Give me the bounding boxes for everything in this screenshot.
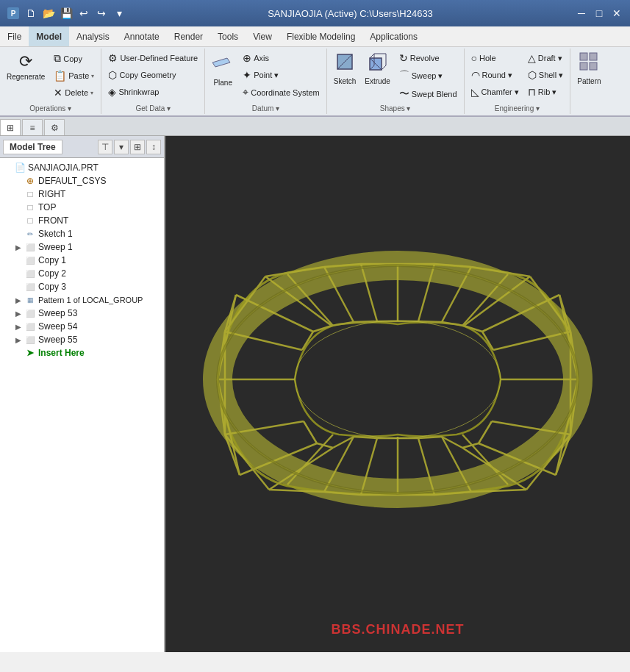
tree-item-right[interactable]: □ RIGHT [0, 187, 164, 201]
tree-label-sweep53: Sweep 53 [38, 308, 161, 318]
axis-button[interactable]: ⊕ Axis [239, 50, 323, 66]
save-icon[interactable]: 💾 [59, 6, 74, 21]
menu-render[interactable]: Render [167, 26, 210, 46]
tree-label-copy3: Copy 3 [38, 282, 161, 292]
point-button[interactable]: ✦ Point ▾ [239, 67, 323, 83]
ribbon-group-get-data: ⚙ User-Defined Feature ⬡ Copy Geometry ◈… [101, 49, 205, 114]
redo-icon[interactable]: ↪ [94, 6, 109, 21]
draft-button[interactable]: △ Draft ▾ [524, 50, 568, 66]
engineering-buttons-right: △ Draft ▾ ⬡ Shell ▾ ⊓ Rib ▾ [524, 50, 568, 100]
menu-model[interactable]: Model [29, 26, 69, 46]
engineering-buttons-left: ○ Hole ◠ Round ▾ ◺ Chamfer ▾ [468, 50, 523, 100]
tree-tool-filter[interactable]: ⊤ [98, 140, 112, 154]
tree-item-root[interactable]: 📄 SANJIAOJIA.PRT [0, 161, 164, 174]
svg-text:P: P [11, 10, 16, 18]
sweep55-icon: ⬜ [24, 334, 37, 346]
tab-settings-view[interactable]: ⚙ [44, 119, 65, 135]
chamfer-button[interactable]: ◺ Chamfer ▾ [468, 84, 523, 100]
get-data-label[interactable]: Get Data ▾ [104, 103, 201, 112]
sweep1-icon: ⬜ [24, 241, 37, 253]
viewport[interactable]: BBS.CHINADE.NET [165, 136, 630, 652]
operations-label[interactable]: Operations ▾ [3, 103, 98, 112]
tree-tool-expand[interactable]: ↕ [146, 140, 161, 154]
close-icon[interactable]: ✕ [609, 6, 624, 21]
hole-button[interactable]: ○ Hole [468, 50, 523, 66]
swept-blend-button[interactable]: 〜 Swept Blend [395, 85, 461, 103]
expand-sketch1 [13, 229, 24, 239]
coordinate-system-button[interactable]: ⌖ Coordinate System [239, 84, 323, 101]
delete-button[interactable]: ✕ Delete ▾ [50, 85, 98, 101]
more-icon[interactable]: ▾ [112, 6, 126, 21]
tree-item-default-csys[interactable]: ⊕ DEFAULT_CSYS [0, 174, 164, 187]
sweep-icon: ⌒ [399, 69, 409, 82]
revolve-button[interactable]: ↻ Revolve [395, 50, 461, 66]
tree-item-sweep54[interactable]: ▶ ⬜ Sweep 54 [0, 320, 164, 333]
svg-rect-11 [580, 62, 587, 70]
svg-rect-9 [580, 53, 587, 60]
open-file-icon[interactable]: 📂 [41, 6, 56, 21]
menu-view[interactable]: View [246, 26, 279, 46]
model-tree-tab[interactable]: Model Tree [3, 140, 62, 154]
tree-label-root: SANJIAOJIA.PRT [28, 162, 161, 173]
sweep-button[interactable]: ⌒ Sweep ▾ [395, 67, 461, 85]
tree-item-sweep1[interactable]: ▶ ⬜ Sweep 1 [0, 240, 164, 254]
point-icon: ✦ [243, 69, 251, 81]
user-defined-feature-button[interactable]: ⚙ User-Defined Feature [104, 50, 201, 66]
pattern1-icon: ▦ [24, 294, 37, 306]
menu-applications[interactable]: Applications [362, 26, 425, 46]
quick-access-toolbar: P 🗋 📂 💾 ↩ ↪ ▾ [6, 6, 126, 21]
plane-button[interactable]: Plane [208, 50, 237, 89]
new-file-icon[interactable]: 🗋 [24, 6, 38, 21]
paste-button[interactable]: 📋 Paste ▾ [50, 68, 98, 84]
tree-item-sweep55[interactable]: ▶ ⬜ Sweep 55 [0, 333, 164, 346]
menu-file[interactable]: File [0, 26, 29, 46]
expand-root [3, 162, 13, 173]
tab-tree-view[interactable]: ⊞ [0, 119, 21, 135]
tree-item-top[interactable]: □ TOP [0, 201, 164, 214]
pattern-button[interactable]: Pattern [573, 50, 604, 87]
swept-blend-icon: 〜 [399, 87, 409, 101]
viewport-canvas [165, 136, 630, 652]
tree-tool-settings[interactable]: ▾ [114, 140, 129, 154]
tree-toolbar: ⊤ ▾ ⊞ ↕ [98, 140, 161, 154]
expand-copy2 [13, 268, 24, 279]
menu-tools[interactable]: Tools [210, 26, 246, 46]
tree-item-sweep53[interactable]: ▶ ⬜ Sweep 53 [0, 307, 164, 320]
tree-item-copy1[interactable]: ⬜ Copy 1 [0, 254, 164, 267]
menu-flexible-modeling[interactable]: Flexible Modeling [279, 26, 362, 46]
get-data-buttons: ⚙ User-Defined Feature ⬡ Copy Geometry ◈… [104, 50, 201, 100]
tree-item-insert-here[interactable]: ➤ Insert Here [0, 346, 164, 360]
tree-item-sketch1[interactable]: ✏ Sketch 1 [0, 227, 164, 240]
tree-item-pattern1[interactable]: ▶ ▦ Pattern 1 of LOCAL_GROUP [0, 293, 164, 307]
shrinkwrap-button[interactable]: ◈ Shrinkwrap [104, 84, 201, 100]
datum-label[interactable]: Datum ▾ [208, 103, 323, 112]
plane-icon [212, 52, 233, 77]
tree-item-copy3[interactable]: ⬜ Copy 3 [0, 280, 164, 293]
minimize-icon[interactable]: ─ [574, 6, 589, 21]
shapes-label[interactable]: Shapes ▾ [330, 103, 461, 112]
sketch-button[interactable]: Sketch [330, 50, 360, 87]
copy-geometry-button[interactable]: ⬡ Copy Geometry [104, 67, 201, 83]
tab-layer-view[interactable]: ≡ [22, 119, 43, 135]
regenerate-button[interactable]: ⟳ Regenerate [3, 50, 49, 83]
expand-pattern1: ▶ [13, 295, 24, 305]
menu-analysis[interactable]: Analysis [69, 26, 117, 46]
sketch-icon [335, 52, 354, 76]
rib-button[interactable]: ⊓ Rib ▾ [524, 84, 568, 100]
ribbon-group-engineering: ○ Hole ◠ Round ▾ ◺ Chamfer ▾ △ D [465, 49, 571, 114]
shell-button[interactable]: ⬡ Shell ▾ [524, 67, 568, 83]
axis-icon: ⊕ [243, 52, 251, 64]
round-button[interactable]: ◠ Round ▾ [468, 67, 523, 83]
tree-item-copy2[interactable]: ⬜ Copy 2 [0, 267, 164, 280]
tree-label-csys: DEFAULT_CSYS [38, 176, 161, 186]
undo-icon[interactable]: ↩ [76, 6, 91, 21]
title-text: SANJIAOJIA (Active) C:\Users\H24633 [268, 8, 433, 19]
maximize-icon[interactable]: □ [592, 6, 606, 21]
tree-item-front[interactable]: □ FRONT [0, 214, 164, 227]
round-icon: ◠ [471, 69, 480, 81]
engineering-label[interactable]: Engineering ▾ [468, 103, 568, 112]
extrude-button[interactable]: Extrude [361, 50, 393, 87]
tree-tool-search[interactable]: ⊞ [130, 140, 145, 154]
menu-annotate[interactable]: Annotate [117, 26, 167, 46]
copy-button[interactable]: ⧉ Copy [50, 50, 98, 67]
